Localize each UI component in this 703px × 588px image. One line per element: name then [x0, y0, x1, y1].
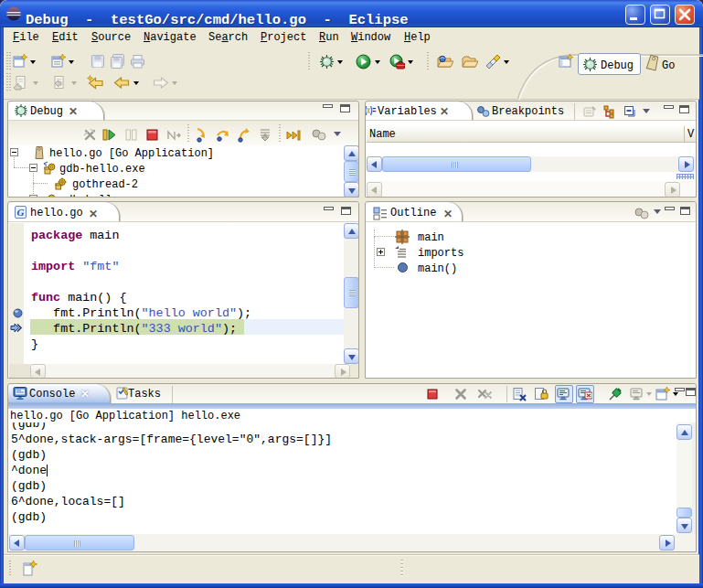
svg-text:G: G	[17, 207, 25, 218]
